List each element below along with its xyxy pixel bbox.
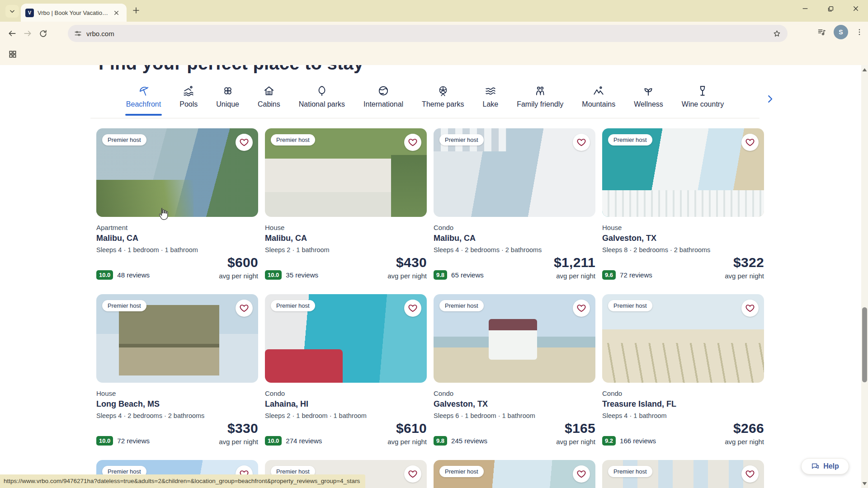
- category-tab-cabins[interactable]: Cabins: [257, 84, 281, 115]
- category-tab-family-friendly[interactable]: Family friendly: [516, 84, 564, 115]
- property-card-partial[interactable]: Premier host: [434, 460, 595, 488]
- browser-menu-button[interactable]: [855, 28, 863, 36]
- price-suffix: avg per night: [219, 438, 258, 446]
- rating-badge: 10.0: [265, 270, 282, 280]
- category-tab-lake[interactable]: Lake: [481, 84, 499, 115]
- property-photo: Premier host: [434, 128, 595, 217]
- plus-icon: [132, 6, 140, 14]
- heart-icon: [745, 137, 755, 147]
- property-card[interactable]: Premier host House Galveston, TX Sleeps …: [602, 128, 764, 282]
- category-label: Wine country: [682, 100, 724, 108]
- price: $430: [387, 255, 427, 270]
- pool-diver-icon: [183, 85, 194, 97]
- help-label: Help: [823, 462, 839, 470]
- premier-host-badge: Premier host: [439, 134, 484, 145]
- help-button[interactable]: Help: [801, 458, 849, 474]
- heart-icon: [576, 303, 586, 313]
- favorite-button[interactable]: [573, 465, 590, 483]
- browser-tab-strip: V Vrbo | Book Your Vacation Hom: [0, 0, 868, 22]
- waves-icon: [485, 85, 496, 97]
- property-photo: Premier host: [434, 460, 595, 488]
- category-tab-pools[interactable]: Pools: [179, 84, 198, 115]
- reviews-count: 245 reviews: [451, 437, 487, 445]
- heart-icon: [408, 469, 418, 479]
- minimize-button[interactable]: [799, 3, 811, 14]
- category-tab-mountains[interactable]: Mountains: [581, 84, 616, 115]
- favorite-button[interactable]: [404, 300, 421, 317]
- category-tab-national-parks[interactable]: National parks: [298, 84, 346, 115]
- property-location: Lahaina, HI: [265, 399, 427, 409]
- property-location: Galveston, TX: [434, 399, 595, 409]
- apps-grid-icon[interactable]: [8, 50, 17, 59]
- bookmark-star-button[interactable]: [773, 29, 781, 38]
- category-tab-theme-parks[interactable]: Theme parks: [421, 84, 465, 115]
- reload-icon: [39, 29, 47, 38]
- site-info-icon[interactable]: [74, 30, 82, 38]
- property-card[interactable]: Premier host Condo Lahaina, HI Sleeps 2 …: [265, 294, 427, 448]
- price: $165: [556, 421, 595, 436]
- scrollbar-thumb[interactable]: [862, 307, 867, 382]
- favorite-button[interactable]: [236, 134, 253, 151]
- favorite-button[interactable]: [404, 134, 421, 151]
- categories-next-button[interactable]: [765, 94, 775, 104]
- tune-icon: [74, 30, 82, 38]
- price-suffix: avg per night: [725, 272, 764, 280]
- favorite-button[interactable]: [404, 465, 421, 483]
- category-tab-beachfront[interactable]: Beachfront: [125, 84, 162, 115]
- forward-button[interactable]: [20, 26, 35, 41]
- property-card[interactable]: Premier host Condo Galveston, TX Sleeps …: [434, 294, 595, 448]
- close-window-button[interactable]: [850, 3, 862, 14]
- property-card[interactable]: Premier host House Malibu, CA Sleeps 2 ·…: [265, 128, 427, 282]
- maximize-button[interactable]: [825, 3, 836, 14]
- rating-badge: 9.8: [434, 436, 447, 446]
- favorite-button[interactable]: [573, 134, 590, 151]
- tab-search-button[interactable]: [5, 5, 19, 18]
- minimize-icon: [802, 5, 809, 12]
- browser-toolbar: vrbo.com S: [0, 22, 868, 45]
- maximize-icon: [827, 5, 834, 12]
- property-card[interactable]: Premier host Condo Malibu, CA Sleeps 4 ·…: [434, 128, 595, 282]
- new-tab-button[interactable]: [132, 6, 140, 14]
- media-controls-button[interactable]: [817, 28, 826, 37]
- profile-avatar[interactable]: S: [834, 25, 848, 39]
- category-tab-wellness[interactable]: Wellness: [633, 84, 664, 115]
- scroll-down-arrow[interactable]: [861, 480, 868, 487]
- reviews-count: 35 reviews: [286, 271, 318, 279]
- property-photo: Premier host: [602, 128, 764, 217]
- reload-button[interactable]: [35, 26, 51, 41]
- favorite-button[interactable]: [741, 134, 759, 151]
- scroll-up-arrow[interactable]: [861, 66, 868, 73]
- scrollbar[interactable]: [861, 65, 868, 488]
- property-card[interactable]: Premier host Condo Treasure Island, FL S…: [602, 294, 764, 448]
- category-label: Lake: [482, 100, 498, 108]
- property-location: Malibu, CA: [96, 234, 258, 243]
- browser-tab[interactable]: V Vrbo | Book Your Vacation Hom: [21, 4, 127, 22]
- category-label: National parks: [299, 100, 345, 108]
- property-photo: Premier host: [96, 128, 258, 217]
- favorite-button[interactable]: [573, 300, 590, 317]
- tab-close-button[interactable]: [113, 10, 119, 16]
- category-tab-unique[interactable]: Unique: [215, 84, 240, 115]
- heart-icon: [239, 303, 249, 313]
- price-suffix: avg per night: [387, 272, 427, 280]
- favorite-button[interactable]: [236, 300, 253, 317]
- back-arrow-icon: [8, 29, 17, 38]
- vrbo-page: Find your perfect place to stay Beachfro…: [0, 0, 861, 488]
- address-bar[interactable]: vrbo.com: [68, 25, 788, 42]
- category-label: Pools: [179, 100, 198, 108]
- property-type: Condo: [434, 389, 595, 397]
- mountains-icon: [593, 85, 604, 97]
- close-icon: [113, 10, 119, 16]
- back-button[interactable]: [5, 26, 20, 41]
- favorite-button[interactable]: [741, 300, 759, 317]
- property-card-partial[interactable]: Premier host: [602, 460, 764, 488]
- favorite-button[interactable]: [741, 465, 759, 483]
- property-card[interactable]: Premier host Apartment Malibu, CA Sleeps…: [96, 128, 258, 282]
- property-info: House Malibu, CA Sleeps 2 · 1 bathroom 1…: [265, 217, 427, 253]
- property-details: Sleeps 4 · 1 bathroom: [602, 412, 764, 419]
- property-card[interactable]: Premier host House Long Beach, MS Sleeps…: [96, 294, 258, 448]
- property-details: Sleeps 4 · 2 bedrooms · 2 bathrooms: [96, 412, 258, 419]
- category-tab-international[interactable]: International: [363, 84, 404, 115]
- property-type: House: [602, 224, 764, 231]
- category-tab-wine-country[interactable]: Wine country: [681, 84, 725, 115]
